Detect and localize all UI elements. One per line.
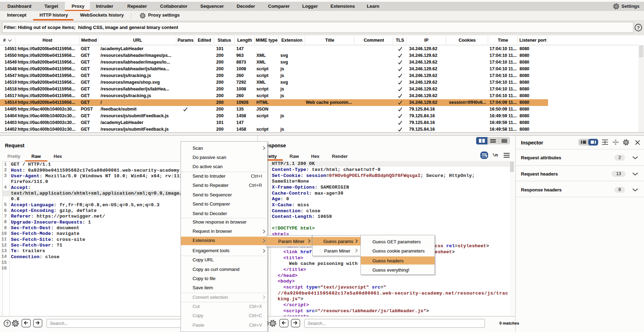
svg-text:?: ? [6,321,9,326]
svg-text:?: ? [637,25,640,30]
